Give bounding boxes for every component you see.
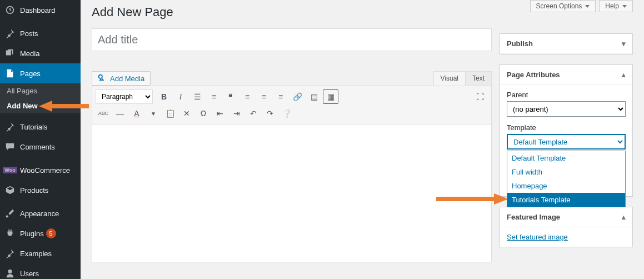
template-label: Template: [507, 123, 626, 132]
toggle-icon[interactable]: ▴: [622, 71, 626, 79]
products-icon: [4, 185, 16, 196]
menu-label: Examples: [20, 250, 52, 258]
featured-image-metabox: Featured Image ▴ Set featured image: [500, 207, 633, 247]
menu-dashboard[interactable]: Dashboard: [0, 0, 81, 20]
help-icon-button[interactable]: ❔: [279, 106, 294, 121]
align-right-button[interactable]: ≡: [273, 89, 288, 104]
tab-text[interactable]: Text: [466, 71, 492, 86]
editor-toolbar: Paragraph B I ☰ ≡ ❝ ≡ ≡ ≡ 🔗 ▤ ▦ ⛶ ABC — …: [92, 86, 492, 124]
plugins-badge: 5: [46, 228, 56, 238]
textcolor-picker[interactable]: ▼: [146, 106, 161, 121]
menu-woocommerce[interactable]: Woo WooCommerce: [0, 160, 81, 180]
caret-down-icon: [622, 5, 627, 8]
menu-label: Products: [20, 186, 48, 195]
menu-label: Plugins: [20, 230, 44, 238]
parent-label: Parent: [507, 91, 626, 99]
submenu-all-pages[interactable]: All Pages: [0, 83, 81, 98]
menu-appearance[interactable]: Appearance: [0, 203, 81, 223]
submenu-add-new[interactable]: Add New: [0, 98, 81, 113]
template-option[interactable]: Tutorials Template: [507, 193, 625, 207]
menu-label: Tutorials: [20, 123, 47, 131]
link-button[interactable]: 🔗: [289, 89, 305, 104]
bullet-list-button[interactable]: ☰: [189, 89, 205, 104]
align-center-button[interactable]: ≡: [256, 89, 272, 104]
menu-tutorials[interactable]: Tutorials: [0, 117, 81, 137]
menu-posts[interactable]: Posts: [0, 23, 81, 43]
outdent-button[interactable]: ⇤: [212, 106, 228, 121]
submenu-pages: All Pages Add New: [0, 83, 81, 113]
indent-button[interactable]: ⇥: [229, 106, 244, 121]
more-button[interactable]: ▤: [306, 89, 322, 104]
menu-label: Pages: [20, 69, 41, 78]
menu-label: Dashboard: [20, 6, 56, 14]
caret-down-icon: [585, 5, 590, 8]
menu-users[interactable]: Users: [0, 263, 81, 279]
menu-label: Posts: [20, 29, 38, 38]
menu-label: Appearance: [20, 210, 59, 218]
menu-examples[interactable]: Examples: [0, 243, 81, 263]
menu-media[interactable]: Media: [0, 43, 81, 63]
italic-button[interactable]: I: [173, 89, 188, 104]
quote-button[interactable]: ❝: [223, 89, 238, 104]
align-left-button[interactable]: ≡: [239, 89, 255, 104]
comment-icon: [4, 141, 16, 152]
paste-button[interactable]: 📋: [162, 106, 178, 121]
menu-plugins[interactable]: Plugins 5: [0, 223, 81, 243]
editor-canvas[interactable]: [92, 124, 492, 262]
tab-visual[interactable]: Visual: [433, 71, 466, 86]
template-select[interactable]: Default Template: [507, 134, 626, 150]
template-option[interactable]: Homepage: [507, 179, 625, 193]
publish-metabox: Publish ▾: [500, 33, 633, 54]
help-button[interactable]: Help: [599, 0, 633, 12]
pin-icon: [4, 28, 16, 39]
strikethrough-button[interactable]: ABC: [96, 106, 111, 121]
svg-point-0: [99, 75, 102, 78]
featured-image-title: Featured Image: [507, 213, 560, 221]
media-icon: [4, 48, 16, 59]
menu-label: Media: [20, 49, 39, 58]
hr-button[interactable]: —: [112, 106, 128, 121]
page-attributes-title: Page Attributes: [507, 71, 560, 79]
pin-icon: [4, 121, 16, 132]
publish-title: Publish: [507, 39, 533, 48]
add-media-button[interactable]: Add Media: [92, 71, 151, 86]
page-attributes-metabox: Page Attributes ▴ Parent (no parent) Tem…: [500, 64, 633, 197]
redo-button[interactable]: ↷: [262, 106, 278, 121]
fullscreen-button[interactable]: ⛶: [472, 89, 488, 104]
users-icon: [4, 268, 16, 279]
number-list-button[interactable]: ≡: [206, 89, 222, 104]
admin-sidebar: Dashboard Posts Media Pages All Pages Ad…: [0, 0, 81, 279]
pages-icon: [4, 68, 16, 79]
template-option[interactable]: Full width: [507, 165, 625, 179]
menu-comments[interactable]: Comments: [0, 137, 81, 157]
parent-select[interactable]: (no parent): [507, 101, 626, 117]
format-select[interactable]: Paragraph: [96, 89, 153, 104]
toolbar-toggle-button[interactable]: ▦: [323, 89, 338, 104]
brush-icon: [4, 208, 16, 219]
woocommerce-icon: Woo: [4, 165, 16, 176]
special-char-button[interactable]: Ω: [196, 106, 211, 121]
media-icon: [98, 74, 107, 83]
toggle-icon[interactable]: ▾: [622, 39, 626, 48]
pin-icon: [4, 248, 16, 259]
clear-button[interactable]: ✕: [179, 106, 194, 121]
dashboard-icon: [4, 4, 16, 16]
screen-options-button[interactable]: Screen Options: [530, 0, 596, 12]
textcolor-button[interactable]: A: [129, 106, 144, 121]
set-featured-image-link[interactable]: Set featured image: [507, 233, 568, 241]
main-content: Screen Options Help Add New Page Add Med…: [81, 0, 644, 279]
undo-button[interactable]: ↶: [246, 106, 261, 121]
toggle-icon[interactable]: ▴: [622, 213, 626, 221]
menu-pages[interactable]: Pages: [0, 63, 81, 83]
plugin-icon: [4, 228, 16, 239]
template-option[interactable]: Default Template: [507, 151, 625, 165]
menu-label: WooCommerce: [20, 166, 70, 175]
menu-label: Comments: [20, 143, 55, 151]
bold-button[interactable]: B: [156, 89, 172, 104]
template-dropdown-list: Default Template Full width Homepage Tut…: [507, 151, 626, 207]
title-input[interactable]: [92, 28, 492, 51]
menu-label: Users: [20, 270, 39, 278]
menu-products[interactable]: Products: [0, 180, 81, 200]
